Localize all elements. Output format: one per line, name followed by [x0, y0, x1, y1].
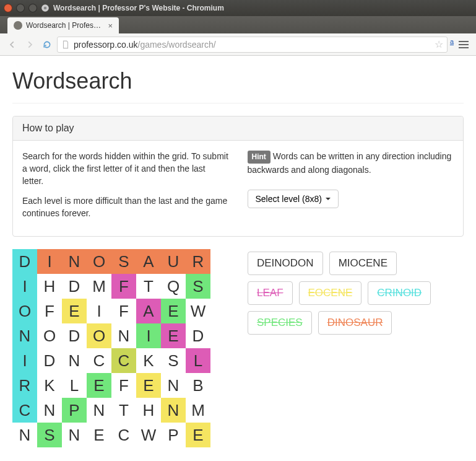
- grid-cell[interactable]: S: [161, 348, 186, 373]
- grid-cell[interactable]: C: [12, 398, 37, 423]
- chevron-right-icon: [25, 40, 34, 49]
- grid-cell[interactable]: C: [111, 348, 136, 373]
- grid-cell[interactable]: F: [111, 274, 136, 299]
- bookmark-star-icon[interactable]: ☆: [435, 38, 443, 50]
- address-bar[interactable]: professorp.co.uk/games/wordsearch/ ☆: [57, 37, 448, 53]
- how-to-play-panel: How to play Search for the words hidden …: [12, 116, 464, 237]
- reload-button[interactable]: [40, 37, 54, 52]
- favicon: [14, 21, 22, 30]
- chevron-down-icon: [326, 198, 331, 200]
- window-minimize-button[interactable]: [16, 4, 25, 12]
- grid-cell[interactable]: W: [136, 423, 161, 447]
- grid-cell[interactable]: N: [62, 423, 87, 447]
- forward-button[interactable]: [22, 37, 37, 52]
- grid-cell[interactable]: T: [136, 274, 161, 299]
- divider: [12, 103, 464, 103]
- tab-title: Wordsearch | Professor P's Website: [26, 21, 104, 30]
- word-chip[interactable]: SPECIES: [248, 311, 312, 335]
- grid-cell[interactable]: L: [62, 373, 87, 398]
- grid-cell[interactable]: H: [37, 274, 62, 299]
- back-button[interactable]: [5, 37, 20, 52]
- grid-cell[interactable]: I: [87, 299, 111, 323]
- grid-cell[interactable]: I: [37, 249, 62, 274]
- grid-cell[interactable]: O: [87, 249, 111, 274]
- grid-cell[interactable]: O: [12, 299, 37, 323]
- grid-cell[interactable]: F: [111, 373, 136, 398]
- grid-cell[interactable]: D: [62, 323, 87, 348]
- grid-cell[interactable]: S: [111, 249, 136, 274]
- grid-cell[interactable]: K: [136, 348, 161, 373]
- tab-strip: Wordsearch | Professor P's Website ×: [0, 16, 476, 33]
- grid-cell[interactable]: F: [111, 299, 136, 323]
- word-chip[interactable]: EOCENE: [299, 281, 362, 305]
- grid-cell[interactable]: N: [87, 398, 111, 423]
- grid-cell[interactable]: E: [62, 299, 87, 323]
- chevron-left-icon: [8, 40, 17, 49]
- grid-cell[interactable]: T: [111, 398, 136, 423]
- grid-cell[interactable]: L: [186, 348, 210, 373]
- grid-cell[interactable]: D: [186, 323, 210, 348]
- grid-cell[interactable]: O: [37, 323, 62, 348]
- grid-cell[interactable]: F: [37, 299, 62, 323]
- grid-cell[interactable]: U: [161, 249, 186, 274]
- grid-cell[interactable]: A: [136, 249, 161, 274]
- hint-line: HintWords can be written in any directio…: [248, 150, 454, 176]
- hint-text: Words can be written in any direction in…: [248, 151, 452, 175]
- window-titlebar: Wordsearch | Professor P's Website - Chr…: [0, 0, 476, 16]
- grid-cell[interactable]: M: [87, 274, 111, 299]
- grid-cell[interactable]: N: [62, 348, 87, 373]
- page-title: Wordsearch: [12, 68, 464, 94]
- url-host: professorp.co.uk: [74, 40, 138, 50]
- browser-tab[interactable]: Wordsearch | Professor P's Website ×: [7, 17, 119, 33]
- grid-cell[interactable]: N: [161, 398, 186, 423]
- grid-cell[interactable]: P: [62, 398, 87, 423]
- grid-cell[interactable]: N: [37, 398, 62, 423]
- word-chip[interactable]: DINOSAUR: [318, 311, 392, 335]
- grid-cell[interactable]: N: [161, 373, 186, 398]
- window-close-button[interactable]: [4, 4, 12, 12]
- grid-cell[interactable]: O: [87, 323, 111, 348]
- window-maximize-button[interactable]: [28, 4, 37, 12]
- grid-cell[interactable]: E: [161, 299, 186, 323]
- select-level-dropdown[interactable]: Select level (8x8): [248, 190, 339, 208]
- grid-cell[interactable]: I: [12, 274, 37, 299]
- grid-cell[interactable]: R: [186, 249, 210, 274]
- grid-cell[interactable]: D: [37, 348, 62, 373]
- tab-close-icon[interactable]: ×: [108, 21, 113, 30]
- hint-column: HintWords can be written in any directio…: [248, 150, 454, 227]
- instructions-p2: Each level is more difficult than the la…: [22, 195, 229, 219]
- grid-cell[interactable]: E: [87, 373, 111, 398]
- grid-cell[interactable]: D: [62, 274, 87, 299]
- grid-cell[interactable]: K: [37, 373, 62, 398]
- grid-cell[interactable]: D: [12, 249, 37, 274]
- grid-cell[interactable]: E: [161, 323, 186, 348]
- grid-cell[interactable]: I: [136, 323, 161, 348]
- grid-cell[interactable]: E: [87, 423, 111, 447]
- word-chip[interactable]: CRINOID: [368, 281, 431, 305]
- word-chip[interactable]: LEAF: [248, 281, 293, 305]
- grid-cell[interactable]: N: [62, 249, 87, 274]
- grid-cell[interactable]: C: [87, 348, 111, 373]
- grid-cell[interactable]: M: [186, 398, 210, 423]
- grid-cell[interactable]: S: [37, 423, 62, 447]
- grid-cell[interactable]: B: [186, 373, 210, 398]
- instructions-column: Search for the words hidden within the g…: [22, 150, 229, 227]
- browser-toolbar: professorp.co.uk/games/wordsearch/ ☆ a: [0, 33, 476, 56]
- word-chip[interactable]: DEINODON: [248, 252, 323, 275]
- grid-cell[interactable]: Q: [161, 274, 186, 299]
- grid-cell[interactable]: N: [111, 323, 136, 348]
- grid-cell[interactable]: E: [186, 423, 210, 447]
- grid-cell[interactable]: E: [136, 373, 161, 398]
- grid-cell[interactable]: P: [161, 423, 186, 447]
- grid-cell[interactable]: R: [12, 373, 37, 398]
- grid-cell[interactable]: A: [136, 299, 161, 323]
- grid-cell[interactable]: I: [12, 348, 37, 373]
- grid-cell[interactable]: C: [111, 423, 136, 447]
- grid-cell[interactable]: N: [12, 323, 37, 348]
- grid-cell[interactable]: N: [12, 423, 37, 447]
- hamburger-menu-button[interactable]: [456, 37, 471, 52]
- grid-cell[interactable]: W: [186, 299, 210, 323]
- grid-cell[interactable]: H: [136, 398, 161, 423]
- word-chip[interactable]: MIOCENE: [329, 252, 397, 275]
- grid-cell[interactable]: S: [186, 274, 210, 299]
